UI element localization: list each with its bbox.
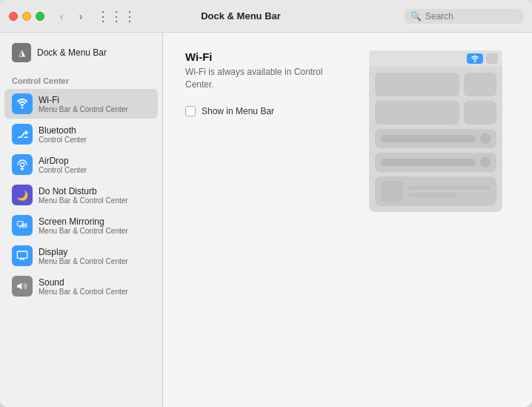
detail-options: Wi-Fi Wi-Fi is always available in Contr…: [185, 50, 347, 212]
dnd-item-subtitle: Menu Bar & Control Center: [39, 196, 128, 205]
cc-card-dnd: [464, 101, 496, 125]
dnd-icon: 🌙: [12, 185, 33, 205]
sidebar: ◮ Dock & Menu Bar Control Center: [0, 33, 163, 407]
bluetooth-icon: ⎇: [12, 124, 33, 145]
cc-media-line-1: [408, 185, 491, 190]
cc-row-1: [375, 73, 496, 96]
sidebar-item-mirroring[interactable]: Screen Mirroring Menu Bar & Control Cent…: [4, 211, 158, 240]
cc-mockup: [369, 67, 502, 212]
minimize-button[interactable]: [22, 12, 31, 21]
maximize-button[interactable]: [36, 12, 44, 21]
cc-media-content: [381, 181, 491, 202]
cc-card-airdrop: [375, 101, 459, 125]
sidebar-item-airdrop[interactable]: AirDrop Control Center: [4, 150, 158, 179]
mirroring-item-text: Screen Mirroring Menu Bar & Control Cent…: [39, 216, 128, 235]
sidebar-item-dnd[interactable]: 🌙 Do Not Disturb Menu Bar & Control Cent…: [4, 180, 158, 210]
display-item-subtitle: Menu Bar & Control Center: [39, 257, 128, 265]
detail-pane: Wi-Fi Wi-Fi is always available in Contr…: [163, 33, 532, 407]
preview-panel: [362, 50, 510, 212]
window-title: Dock & Menu Bar: [77, 10, 405, 21]
wifi-item-text: Wi-Fi Menu Bar & Control Center: [39, 95, 128, 113]
main-content: ◮ Dock & Menu Bar Control Center: [0, 33, 532, 407]
titlebar: ‹ › ⋮⋮⋮ Dock & Menu Bar 🔍: [0, 0, 532, 33]
airdrop-icon: [12, 154, 33, 175]
cc-row-2: [375, 101, 496, 125]
svg-rect-4: [17, 251, 27, 258]
close-button[interactable]: [9, 12, 18, 21]
back-button[interactable]: ‹: [53, 8, 70, 24]
airdrop-item-text: AirDrop Control Center: [39, 156, 87, 174]
cc-card-wifi: [375, 73, 459, 96]
checkbox-label: Show in Menu Bar: [202, 106, 274, 116]
detail-inner: Wi-Fi Wi-Fi is always available in Contr…: [163, 33, 532, 230]
search-box[interactable]: 🔍: [405, 9, 523, 24]
bluetooth-item-subtitle: Control Center: [39, 136, 87, 144]
wifi-menubar-icon: [467, 53, 483, 64]
svg-point-0: [21, 107, 24, 109]
display-item-text: Display Menu Bar & Control Center: [39, 247, 128, 265]
cc-album-art: [381, 181, 403, 202]
cc-slider-panel-2: [375, 153, 496, 172]
search-icon: 🔍: [410, 11, 422, 21]
sidebar-item-display[interactable]: Display Menu Bar & Control Center: [4, 241, 158, 271]
cc-volume-knob: [480, 157, 491, 168]
detail-subtitle: Wi-Fi is always available in Control Cen…: [185, 66, 347, 91]
sound-item-title: Sound: [39, 277, 128, 288]
cc-brightness-slider: [381, 135, 476, 142]
cc-media-line-2: [408, 193, 457, 197]
cc-slider-row-1: [381, 133, 491, 144]
sound-icon: [12, 276, 33, 297]
sound-item-subtitle: Menu Bar & Control Center: [39, 288, 128, 296]
dock-item-title: Dock & Menu Bar: [37, 47, 107, 58]
sidebar-item-wifi[interactable]: Wi-Fi Menu Bar & Control Center: [4, 89, 158, 119]
dnd-item-title: Do Not Disturb: [39, 186, 128, 196]
cc-media-card: [375, 176, 496, 206]
section-header: Control Center: [0, 67, 162, 88]
dock-item-text: Dock & Menu Bar: [37, 47, 107, 58]
cc-slider-row-2: [381, 157, 491, 168]
svg-point-5: [474, 62, 476, 63]
wifi-item-title: Wi-Fi: [39, 95, 128, 105]
airdrop-item-subtitle: Control Center: [39, 166, 87, 174]
svg-rect-3: [21, 223, 27, 228]
display-item-title: Display: [39, 247, 128, 257]
cc-brightness-knob: [480, 133, 491, 144]
sidebar-item-sound[interactable]: Sound Menu Bar & Control Center: [4, 271, 158, 301]
sound-item-text: Sound Menu Bar & Control Center: [39, 277, 128, 296]
cc-volume-slider: [381, 159, 476, 166]
detail-title: Wi-Fi: [185, 50, 347, 63]
dock-icon: ◮: [12, 43, 31, 62]
main-window: ‹ › ⋮⋮⋮ Dock & Menu Bar 🔍 ◮ Dock & Menu …: [0, 0, 532, 407]
menubar-preview: [369, 50, 502, 67]
wifi-icon: [12, 93, 33, 114]
wifi-item-subtitle: Menu Bar & Control Center: [39, 105, 128, 113]
display-icon: [12, 245, 33, 266]
sidebar-item-dock[interactable]: ◮ Dock & Menu Bar: [4, 39, 158, 67]
bluetooth-item-title: Bluetooth: [39, 125, 87, 136]
bluetooth-item-text: Bluetooth Control Center: [39, 125, 87, 144]
mirroring-item-subtitle: Menu Bar & Control Center: [39, 227, 128, 235]
mirroring-icon: [12, 215, 33, 236]
cc-card-bt: [464, 73, 496, 96]
dnd-item-text: Do Not Disturb Menu Bar & Control Center: [39, 186, 128, 205]
svg-point-1: [20, 162, 24, 166]
checkbox-row: Show in Menu Bar: [185, 106, 347, 116]
traffic-lights: [9, 12, 44, 21]
search-input[interactable]: [425, 11, 514, 21]
sidebar-item-bluetooth[interactable]: ⎇ Bluetooth Control Center: [4, 119, 158, 149]
cc-menubar-icon: [486, 53, 498, 64]
airdrop-item-title: AirDrop: [39, 156, 87, 166]
show-in-menubar-checkbox[interactable]: [185, 106, 196, 116]
cc-media-text: [408, 185, 491, 197]
cc-slider-panel-1: [375, 129, 496, 148]
mirroring-item-title: Screen Mirroring: [39, 216, 128, 227]
